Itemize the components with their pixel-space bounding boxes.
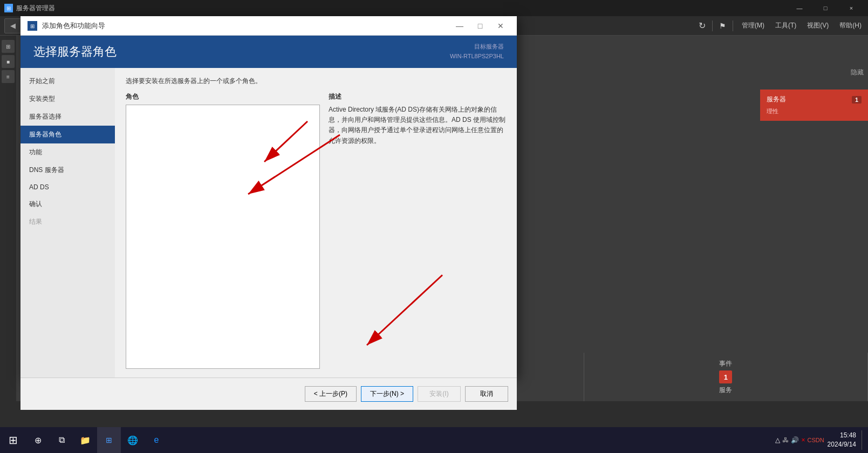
- taskbar-right: △ 🖧 🔊 × CSDN 15:48 2024/9/14: [775, 430, 868, 450]
- roles-header: 角色: [126, 92, 320, 101]
- sm-red-panel: 服务器 1 理性: [760, 90, 868, 121]
- sm-sidebar-all[interactable]: ≡: [2, 70, 15, 83]
- dialog-titlebar: ⊞ 添加角色和功能向导 — □ ✕: [20, 16, 517, 36]
- dialog-server-name: WIN-RTL8PS2P3HL: [450, 52, 504, 61]
- sm-minimize-btn[interactable]: —: [787, 0, 812, 16]
- taskbar: ⊞ ⊕ ⧉ 📁 ⊞ 🌐 e △ 🖧 🔊 × CSDN 15:48 2024/9/…: [0, 427, 868, 453]
- desc-header: 描述: [329, 92, 506, 101]
- sm-panel-badge: 1: [852, 96, 862, 104]
- dialog-main: 选择要安装在所选服务器上的一个或多个角色。 角色 描述 Active Direc…: [115, 68, 517, 378]
- taskbar-clock[interactable]: 15:48 2024/9/14: [828, 431, 856, 449]
- taskbar-security-icon[interactable]: ×: [801, 436, 805, 444]
- back-button[interactable]: < 上一步(P): [305, 386, 357, 402]
- taskbar-sys-icons: △ 🖧 🔊 × CSDN: [775, 436, 824, 444]
- sm-close-btn[interactable]: ×: [839, 0, 864, 16]
- dialog-header-server: 目标服务器 WIN-RTL8PS2P3HL: [450, 42, 504, 61]
- taskbar-ie[interactable]: e: [145, 427, 168, 453]
- taskbar-volume-icon[interactable]: 🔊: [791, 436, 799, 444]
- cancel-button[interactable]: 取消: [465, 386, 508, 402]
- dialog-description: 选择要安装在所选服务器上的一个或多个角色。: [126, 77, 506, 86]
- roles-list[interactable]: [126, 105, 320, 369]
- dialog-minimize-btn[interactable]: —: [450, 19, 469, 33]
- sm-manage-menu[interactable]: 管理(M): [740, 20, 767, 31]
- sm-panel-server-label: 服务器: [767, 95, 786, 104]
- taskbar-firefox[interactable]: 🌐: [121, 427, 145, 453]
- sm-panel-manage-label: 理性: [767, 107, 862, 115]
- dialog-maximize-btn[interactable]: □: [470, 19, 490, 33]
- desc-text: Active Directory 域服务(AD DS)存储有关网络上的对象的信息…: [329, 105, 506, 369]
- dialog-nav-item-7[interactable]: 确认: [20, 195, 115, 213]
- next-button[interactable]: 下一步(N) >: [361, 386, 413, 402]
- dialog-close-btn[interactable]: ✕: [491, 19, 510, 33]
- sm-titlebar-buttons: — □ ×: [787, 0, 864, 16]
- sm-event-label-3: 事件: [719, 359, 732, 368]
- taskbar-search[interactable]: ⊕: [26, 427, 50, 453]
- dialog-nav-item-6[interactable]: AD DS: [20, 179, 115, 195]
- sm-services-label-2: 服务: [719, 386, 732, 395]
- sm-toolbar-actions: ↻ ⚑ 管理(M) 工具(T) 视图(V) 帮助(H): [699, 20, 864, 31]
- dialog-nav-item-2[interactable]: 服务器选择: [20, 108, 115, 126]
- sm-separator-1: [712, 20, 713, 31]
- dialog-nav-item-5[interactable]: DNS 服务器: [20, 161, 115, 179]
- taskbar-task-view[interactable]: ⧉: [50, 427, 73, 453]
- sm-hide-btn[interactable]: 隐藏: [851, 68, 864, 77]
- clock-time: 15:48: [828, 431, 856, 440]
- taskbar-csdn-text: CSDN: [807, 437, 824, 443]
- taskbar-tray-arrow[interactable]: △: [775, 436, 780, 444]
- sm-sidebar-local[interactable]: ■: [2, 55, 15, 68]
- desc-column: 描述 Active Directory 域服务(AD DS)存储有关网络上的对象…: [329, 92, 506, 369]
- taskbar-icons: ⊕ ⧉ 📁 ⊞ 🌐 e: [26, 427, 168, 453]
- start-button[interactable]: ⊞: [0, 427, 26, 453]
- dialog-nav-item-1[interactable]: 安装类型: [20, 90, 115, 108]
- taskbar-server-mgr[interactable]: ⊞: [97, 427, 121, 453]
- dialog-title: 添加角色和功能向导: [42, 21, 450, 31]
- dialog-header-title: 选择服务器角色: [33, 44, 117, 60]
- sm-flag-icon[interactable]: ⚑: [719, 22, 726, 30]
- sm-help-menu[interactable]: 帮助(H): [837, 20, 864, 31]
- dialog-columns: 角色 描述 Active Directory 域服务(AD DS)存储有关网络上…: [126, 92, 506, 369]
- sm-badge-2: 1: [719, 370, 732, 383]
- dialog-header: 选择服务器角色 目标服务器 WIN-RTL8PS2P3HL: [20, 36, 517, 68]
- sm-back-btn[interactable]: ◀: [4, 18, 22, 33]
- dialog-footer: < 上一步(P) 下一步(N) > 安装(I) 取消: [20, 378, 517, 410]
- sm-titlebar: ⊞ 服务器管理器 — □ ×: [0, 0, 868, 16]
- install-button[interactable]: 安装(I): [418, 386, 461, 402]
- dialog-nav-item-8: 结果: [20, 213, 115, 231]
- dialog-nav-item-4[interactable]: 功能: [20, 143, 115, 161]
- sm-bottom-services-2: 事件 1 服务: [584, 353, 868, 401]
- wizard-dialog: ⊞ 添加角色和功能向导 — □ ✕ 选择服务器角色 目标服务器 WIN-RTL8…: [20, 16, 517, 378]
- sm-tools-menu[interactable]: 工具(T): [773, 20, 798, 31]
- dialog-icon: ⊞: [27, 20, 38, 31]
- dialog-body: 开始之前安装类型服务器选择服务器角色功能DNS 服务器AD DS确认结果 选择要…: [20, 68, 517, 378]
- sm-separator-2: [733, 20, 733, 31]
- dialog-nav-item-3[interactable]: 服务器角色: [20, 126, 115, 143]
- dialog-server-label: 目标服务器: [450, 42, 504, 52]
- clock-date: 2024/9/14: [828, 440, 856, 449]
- taskbar-network-icon[interactable]: 🖧: [782, 436, 789, 444]
- sm-refresh-icon[interactable]: ↻: [699, 20, 706, 31]
- sm-view-menu[interactable]: 视图(V): [805, 20, 831, 31]
- dialog-title-buttons: — □ ✕: [450, 19, 510, 33]
- sm-maximize-btn[interactable]: □: [813, 0, 838, 16]
- svg-text:⊞: ⊞: [30, 23, 35, 29]
- taskbar-show-desktop[interactable]: [862, 430, 864, 450]
- roles-column: 角色: [126, 92, 320, 369]
- dialog-nav-item-0[interactable]: 开始之前: [20, 72, 115, 90]
- sm-app-icon: ⊞: [4, 4, 13, 12]
- sm-sidebar: ⊞ ■ ≡: [0, 36, 16, 401]
- sm-title: 服务器管理器: [16, 4, 787, 13]
- sm-sidebar-dashboard[interactable]: ⊞: [2, 40, 15, 53]
- dialog-nav: 开始之前安装类型服务器选择服务器角色功能DNS 服务器AD DS确认结果: [20, 68, 115, 378]
- taskbar-explorer[interactable]: 📁: [73, 427, 97, 453]
